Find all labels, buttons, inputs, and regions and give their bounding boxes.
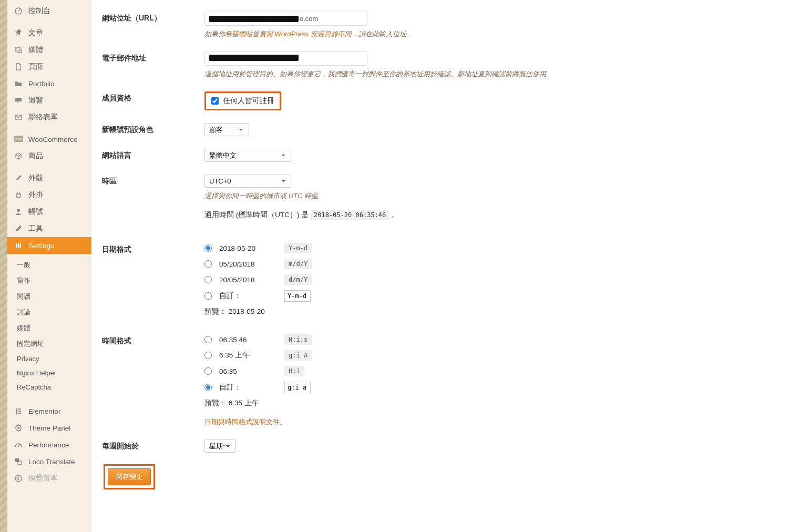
- submenu-nginx[interactable]: Nginx Helper: [7, 366, 91, 380]
- sidebar-item-woocommerce[interactable]: wooWooCommerce: [7, 131, 91, 148]
- sidebar-item-performance[interactable]: Performance: [7, 436, 91, 453]
- site-url-label: 網站位址（URL）: [102, 12, 204, 23]
- sidebar-item-pages[interactable]: 頁面: [7, 58, 91, 75]
- folder-icon: [14, 79, 23, 88]
- date-format-option[interactable]: 05/20/2018m/d/Y: [204, 259, 799, 269]
- site-url-help-link[interactable]: 希望網站首頁與 WordPress 安裝目錄不同: [225, 30, 352, 38]
- membership-checkbox-label[interactable]: 任何人皆可註冊: [211, 96, 274, 106]
- sidebar-item-tools[interactable]: 工具: [7, 220, 91, 237]
- sidebar-item-users[interactable]: 帳號: [7, 203, 91, 220]
- time-custom-input[interactable]: [284, 382, 311, 393]
- submenu-media[interactable]: 媒體: [7, 320, 91, 336]
- svg-rect-7: [16, 243, 17, 248]
- submenu-recaptcha[interactable]: ReCaptcha: [7, 380, 91, 394]
- sidebar-item-comments[interactable]: 迴響: [7, 92, 91, 109]
- mail-icon: [14, 112, 23, 122]
- svg-rect-16: [15, 458, 19, 462]
- time-format-option[interactable]: 6:35 上午g:i A: [204, 350, 799, 361]
- woo-icon: woo: [14, 135, 23, 144]
- timezone-select[interactable]: UTC+0: [204, 175, 291, 188]
- radio-display: 20/05/2018: [219, 276, 277, 284]
- sidebar-item-dashboard[interactable]: 控制台: [7, 3, 91, 19]
- time-format-custom[interactable]: 自訂：: [204, 382, 799, 393]
- radio-display: 2018-05-20: [219, 244, 277, 252]
- default-role-label: 新帳號預設角色: [102, 123, 204, 135]
- submenu-privacy[interactable]: Privacy: [7, 352, 91, 366]
- email-label: 電子郵件地址: [102, 52, 204, 63]
- settings-submenu: 一般 寫作 閱讀 討論 媒體 固定網址 Privacy Nginx Helper…: [7, 254, 91, 397]
- date-radio-custom[interactable]: [204, 292, 212, 300]
- date-preview: 預覽： 2018-05-20: [204, 307, 799, 316]
- submenu-writing[interactable]: 寫作: [7, 273, 91, 289]
- svg-text:woo: woo: [14, 137, 22, 141]
- comment-icon: [14, 96, 23, 105]
- submenu-permalinks[interactable]: 固定網址: [7, 336, 91, 352]
- svg-rect-10: [16, 408, 17, 414]
- time-radio-3[interactable]: [204, 367, 212, 375]
- sidebar-item-contact[interactable]: 聯絡表單: [7, 109, 91, 126]
- date-radio-3[interactable]: [204, 276, 212, 283]
- email-input[interactable]: [204, 52, 367, 66]
- date-radio-1[interactable]: [204, 244, 212, 252]
- week-start-select[interactable]: 星期一: [204, 439, 236, 453]
- sidebar-item-label: Loco Translate: [28, 458, 75, 466]
- product-icon: [14, 151, 23, 161]
- time-format-option[interactable]: 06:35:46H:i:s: [204, 334, 799, 345]
- time-format-option[interactable]: 06:35H:i: [204, 366, 799, 376]
- radio-display: 06:35: [219, 367, 277, 375]
- sidebar-item-settings[interactable]: Settings: [7, 237, 91, 254]
- svg-point-15: [17, 427, 19, 429]
- admin-sidebar: 控制台 文章 媒體 頁面 Portfolio 迴響 聯絡表單 wooWooCom…: [7, 0, 91, 532]
- membership-label: 成員資格: [102, 91, 204, 103]
- collapse-icon: [14, 474, 23, 483]
- sidebar-item-plugins[interactable]: 外掛: [7, 187, 91, 203]
- time-radio-custom[interactable]: [204, 384, 212, 391]
- time-radio-1[interactable]: [204, 336, 212, 343]
- redacted-text: [209, 55, 299, 61]
- date-format-custom[interactable]: 自訂：: [204, 290, 799, 302]
- default-role-select[interactable]: 顧客: [204, 123, 249, 136]
- dashboard-icon: [14, 6, 23, 16]
- sidebar-item-theme-panel[interactable]: Theme Panel: [7, 420, 91, 436]
- date-custom-input[interactable]: [284, 290, 311, 302]
- svg-point-6: [17, 209, 20, 212]
- sidebar-item-appearance[interactable]: 外觀: [7, 170, 91, 187]
- gauge-icon: [14, 440, 23, 449]
- svg-rect-8: [18, 243, 19, 248]
- sidebar-item-label: 文章: [28, 28, 43, 38]
- sidebar-item-label: Elementor: [28, 407, 61, 415]
- time-radio-2[interactable]: [204, 352, 212, 359]
- site-url-input[interactable]: o.com: [204, 12, 367, 26]
- email-desc: 這個地址用於管理目的。如果你變更它，我們匯寄一封郵件至你的新地址用於確認。新地址…: [204, 69, 799, 79]
- utc-time-value: 2018-05-20 06:35:46: [311, 210, 389, 220]
- settings-icon: [14, 241, 23, 250]
- gear-icon: [14, 423, 23, 433]
- sidebar-item-label: Performance: [28, 441, 69, 449]
- date-format-option[interactable]: 20/05/2018d/m/Y: [204, 274, 799, 285]
- plugin-icon: [14, 190, 23, 200]
- sidebar-item-loco[interactable]: Loco Translate: [7, 453, 91, 470]
- sidebar-item-collapse[interactable]: 摺疊選單: [7, 470, 91, 487]
- date-format-option[interactable]: 2018-05-20Y-m-d: [204, 243, 799, 253]
- sidebar-item-posts[interactable]: 文章: [7, 25, 91, 42]
- format-code: H:i: [284, 366, 304, 376]
- submenu-general[interactable]: 一般: [7, 257, 91, 273]
- timezone-desc: 選擇與你同一時區的城市或 UTC 時區。: [204, 191, 799, 201]
- site-lang-select[interactable]: 繁體中文: [204, 149, 291, 162]
- membership-checkbox[interactable]: [211, 97, 219, 105]
- sidebar-item-products[interactable]: 商品: [7, 148, 91, 165]
- date-radio-2[interactable]: [204, 260, 212, 268]
- submenu-reading[interactable]: 閱讀: [7, 289, 91, 304]
- sidebar-item-elementor[interactable]: Elementor: [7, 403, 91, 420]
- datetime-docs-link[interactable]: 日期與時間格式說明文件。: [204, 418, 286, 426]
- sidebar-item-label: 聯絡表單: [28, 112, 58, 122]
- brush-icon: [14, 173, 23, 183]
- save-button[interactable]: 儲存變更: [108, 468, 151, 485]
- custom-label: 自訂：: [219, 291, 277, 301]
- sidebar-item-media[interactable]: 媒體: [7, 42, 91, 58]
- format-code: d/m/Y: [284, 274, 312, 285]
- format-code: g:i A: [284, 350, 312, 361]
- timezone-label: 時區: [102, 175, 204, 186]
- submenu-discussion[interactable]: 討論: [7, 304, 91, 320]
- sidebar-item-portfolio[interactable]: Portfolio: [7, 75, 91, 92]
